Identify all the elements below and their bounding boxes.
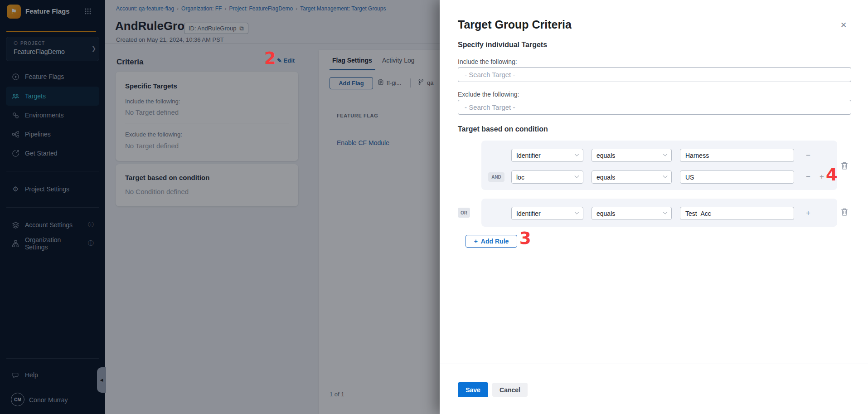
- add-condition-button[interactable]: +: [817, 172, 826, 181]
- add-condition-button[interactable]: +: [804, 209, 813, 218]
- operator-select[interactable]: equals: [592, 170, 672, 184]
- save-button[interactable]: Save: [458, 382, 488, 397]
- attribute-select[interactable]: Identifier: [511, 149, 583, 162]
- remove-condition-button[interactable]: −: [804, 172, 813, 181]
- add-rule-button[interactable]: + Add Rule: [466, 235, 517, 248]
- chevron-down-icon: [663, 174, 668, 178]
- annotation-marker-2: 2: [264, 49, 276, 68]
- exclude-following-label: Exclude the following:: [458, 91, 519, 98]
- condition-value-input[interactable]: [680, 149, 794, 162]
- plus-icon: +: [474, 238, 478, 245]
- attribute-select[interactable]: loc: [511, 170, 583, 184]
- close-icon[interactable]: ✕: [838, 19, 849, 31]
- exclude-target-search-input[interactable]: [458, 100, 851, 115]
- rule-group-2: Identifier equals +: [481, 199, 837, 227]
- remove-condition-button[interactable]: −: [804, 151, 813, 160]
- cancel-button[interactable]: Cancel: [492, 383, 528, 397]
- include-target-search-input[interactable]: [458, 67, 851, 82]
- attribute-select[interactable]: Identifier: [511, 207, 583, 220]
- drawer-title: Target Group Criteria: [458, 18, 572, 31]
- condition-value-input[interactable]: [680, 170, 794, 184]
- operator-select[interactable]: equals: [592, 207, 672, 220]
- include-following-label: Include the following:: [458, 58, 517, 65]
- rule-group-1: Identifier equals − AND loc equals − +: [481, 141, 837, 190]
- target-group-criteria-drawer: ✕ Target Group Criteria Specify individu…: [440, 0, 868, 414]
- chevron-down-icon: [575, 152, 579, 156]
- chevron-down-icon: [663, 152, 668, 156]
- drawer-footer-divider: [440, 364, 868, 364]
- annotation-marker-3: 3: [519, 229, 531, 248]
- and-connector-chip: AND: [488, 172, 504, 182]
- or-connector-chip: OR: [458, 208, 470, 218]
- modal-backdrop[interactable]: [0, 0, 440, 414]
- chevron-down-icon: [575, 174, 579, 178]
- chevron-down-icon: [663, 210, 668, 214]
- condition-heading: Target based on condition: [458, 125, 548, 133]
- operator-select[interactable]: equals: [592, 149, 672, 162]
- condition-value-input[interactable]: [680, 207, 794, 220]
- sidebar-collapse-handle[interactable]: ◀: [97, 367, 106, 393]
- specify-targets-heading: Specify individual Targets: [458, 41, 547, 49]
- delete-rule-icon[interactable]: [840, 208, 849, 217]
- annotation-marker-4: 4: [826, 165, 838, 185]
- chevron-down-icon: [575, 210, 579, 214]
- app-window: ⚑ Feature Flags ⬡ PROJECT FeatureFlagDem…: [0, 0, 868, 414]
- delete-rule-icon[interactable]: [840, 161, 849, 170]
